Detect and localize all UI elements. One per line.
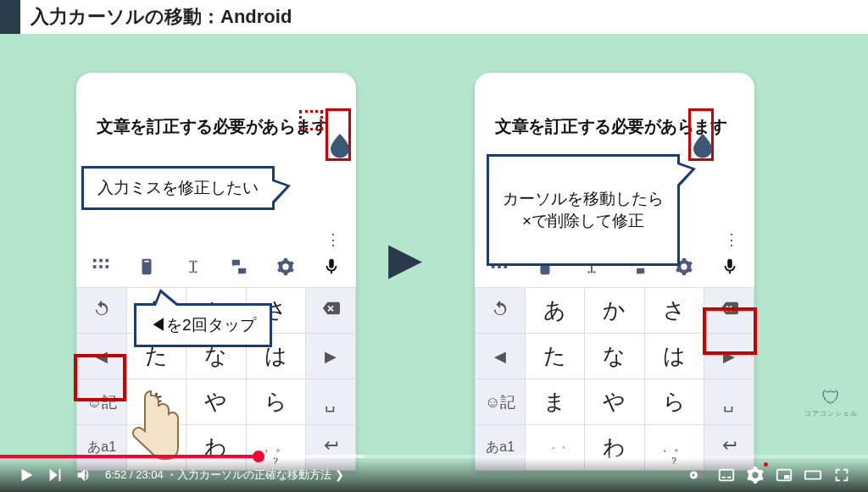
fullscreen-button[interactable] bbox=[827, 461, 856, 489]
svg-rect-2 bbox=[106, 259, 109, 263]
svg-rect-15 bbox=[722, 477, 726, 478]
callout-delete: カーソルを移動したら ×で削除して修正 bbox=[487, 154, 680, 266]
keyboard-toolbar bbox=[76, 251, 356, 287]
key-undo[interactable] bbox=[476, 288, 526, 334]
key-ra[interactable]: ら bbox=[644, 379, 704, 425]
key-right-arrow[interactable]: ▶ bbox=[305, 334, 355, 379]
keyboard-strip: ⋮ bbox=[76, 225, 356, 251]
svg-rect-4 bbox=[99, 265, 103, 268]
key-a[interactable]: あ bbox=[526, 288, 585, 334]
key-sa[interactable]: さ bbox=[644, 288, 704, 334]
svg-rect-19 bbox=[805, 471, 821, 478]
chevron-right-icon[interactable]: ❯ bbox=[335, 468, 344, 481]
key-ya[interactable]: や bbox=[186, 379, 246, 425]
title-marker bbox=[0, 0, 20, 34]
kebab-icon: ⋮ bbox=[326, 230, 342, 249]
volume-button[interactable] bbox=[70, 461, 98, 489]
callout-typo: 入力ミスを修正したい bbox=[81, 166, 275, 210]
key-na[interactable]: な bbox=[585, 334, 644, 379]
slide-content: 入力カーソルの移動：Android 文章を訂正する必要があらます 入力ミスを修正… bbox=[0, 0, 868, 492]
callout-text: 入力ミスを修正したい bbox=[97, 179, 259, 196]
next-button[interactable] bbox=[41, 461, 70, 489]
highlight-typo bbox=[299, 110, 323, 130]
clipboard-icon bbox=[137, 257, 156, 280]
key-backspace[interactable] bbox=[704, 288, 754, 334]
translate-icon bbox=[230, 257, 248, 280]
key-emoji[interactable]: ☺記 bbox=[77, 379, 127, 425]
mic-icon bbox=[322, 257, 341, 280]
slide-title: 入力カーソルの移動：Android bbox=[31, 4, 292, 30]
mic-icon bbox=[721, 257, 739, 280]
key-emoji[interactable]: ☺記 bbox=[476, 379, 526, 425]
watermark-logo-icon: 🛡 bbox=[802, 387, 860, 409]
key-left-arrow[interactable]: ◀ bbox=[77, 334, 127, 379]
input-text: 文章を訂正する必要があらます bbox=[97, 117, 328, 135]
phone-screenshot-right: 文章を訂正する必要があらます カーソルを移動したら ×で削除して修正 ⋮ bbox=[475, 73, 754, 471]
captions-button[interactable] bbox=[712, 461, 741, 489]
cursor-handle-icon bbox=[693, 134, 712, 158]
callout-tap-twice: ◀を2回タップ bbox=[134, 303, 272, 347]
key-ma[interactable]: ま bbox=[526, 379, 585, 425]
key-ta[interactable]: た bbox=[526, 334, 585, 379]
time-display: 6:52 / 23:04 ・入力カーソルの正確な移動方法 ❯ bbox=[105, 467, 344, 483]
svg-rect-3 bbox=[93, 265, 97, 268]
grid-icon bbox=[92, 257, 110, 280]
svg-rect-18 bbox=[784, 475, 789, 479]
key-backspace[interactable] bbox=[305, 288, 355, 334]
key-space[interactable]: ␣ bbox=[704, 379, 754, 425]
key-left-arrow[interactable]: ◀ bbox=[476, 334, 526, 379]
phone-screenshot-left: 文章を訂正する必要があらます 入力ミスを修正したい ⋮ bbox=[76, 73, 356, 471]
key-space[interactable]: ␣ bbox=[305, 379, 355, 425]
text-input-area: 文章を訂正する必要があらます カーソルを移動したら ×で削除して修正 bbox=[475, 73, 754, 225]
theater-button[interactable] bbox=[798, 461, 827, 489]
watermark-text: コアコンシェル bbox=[802, 409, 860, 418]
video-controls: 6:52 / 23:04 ・入力カーソルの正確な移動方法 ❯ bbox=[0, 458, 868, 492]
time-total: 23:04 bbox=[136, 468, 164, 481]
svg-rect-5 bbox=[106, 265, 109, 268]
keyboard-grid: あ か さ ◀ た な は ▶ ☺記 ま や ら ␣ あa1 ゛゜ bbox=[475, 287, 754, 471]
arrow-right-icon: ▶ bbox=[388, 233, 422, 284]
slide-title-bar: 入力カーソルの移動：Android bbox=[0, 0, 868, 34]
settings-icon bbox=[276, 257, 295, 280]
play-button[interactable] bbox=[12, 461, 41, 489]
key-ra[interactable]: ら bbox=[246, 379, 305, 425]
key-ka[interactable]: か bbox=[585, 288, 644, 334]
svg-rect-14 bbox=[720, 470, 734, 481]
svg-rect-0 bbox=[93, 259, 97, 263]
watermark: 🛡 コアコンシェル bbox=[802, 387, 860, 429]
time-current: 6:52 bbox=[105, 468, 126, 481]
key-ya[interactable]: や bbox=[585, 379, 644, 425]
settings-notification-dot bbox=[764, 462, 768, 467]
text-cursor-icon bbox=[184, 257, 203, 280]
autoplay-toggle[interactable] bbox=[683, 461, 712, 489]
key-right-arrow[interactable]: ▶ bbox=[704, 334, 754, 379]
cursor-handle-icon bbox=[331, 134, 349, 158]
chapter-title[interactable]: ・入力カーソルの正確な移動方法 bbox=[166, 468, 331, 481]
key-undo[interactable] bbox=[77, 288, 127, 334]
miniplayer-button[interactable] bbox=[770, 461, 798, 489]
callout-text: ◀を2回タップ bbox=[150, 316, 256, 334]
key-ha[interactable]: は bbox=[644, 334, 704, 379]
kebab-icon: ⋮ bbox=[724, 230, 741, 249]
svg-rect-1 bbox=[99, 259, 103, 263]
key-ma[interactable]: ま bbox=[127, 379, 186, 425]
svg-rect-16 bbox=[727, 477, 732, 478]
callout-text: カーソルを移動したら ×で削除して修正 bbox=[503, 190, 664, 230]
settings-button[interactable] bbox=[741, 461, 770, 489]
text-input-area: 文章を訂正する必要があらます 入力ミスを修正したい bbox=[76, 73, 356, 225]
